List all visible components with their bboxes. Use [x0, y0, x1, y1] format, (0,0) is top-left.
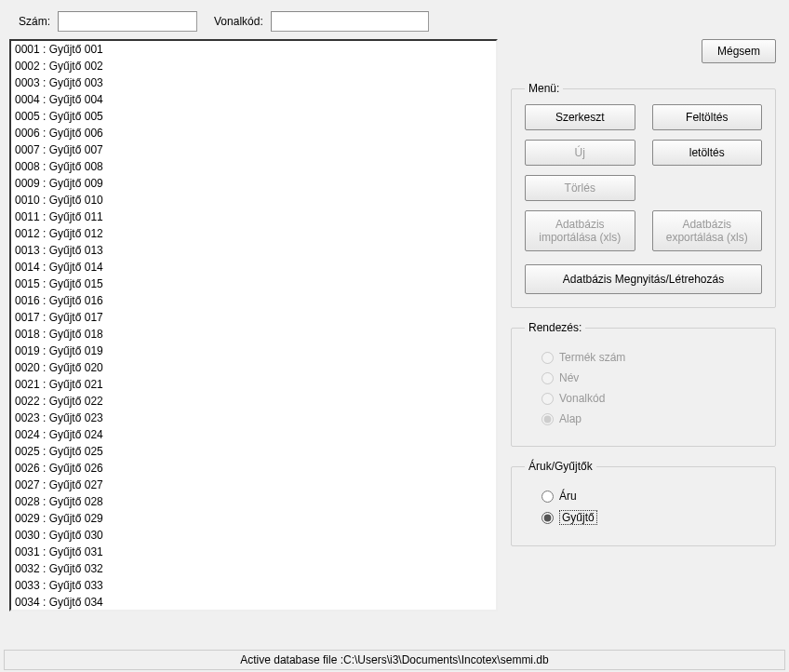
list-item[interactable]: 0001 : Gyűjtő 001 [11, 41, 484, 58]
list-item[interactable]: 0007 : Gyűjtő 007 [11, 141, 484, 158]
aru-label: Áru [559, 490, 577, 503]
list-item[interactable]: 0032 : Gyűjtő 032 [11, 560, 484, 577]
list-item[interactable]: 0011 : Gyűjtő 011 [11, 208, 484, 225]
list-item[interactable]: 0002 : Gyűjtő 002 [11, 58, 484, 74]
status-bar: Active database file :C:\Users\i3\Docume… [4, 650, 785, 670]
rendezes-nev-radio [542, 372, 554, 384]
export-button: Adatbázis exportálása (xls) [652, 210, 763, 251]
rendezes-vonalkod-label: Vonalkód [559, 392, 605, 405]
list-item[interactable]: 0033 : Gyűjtő 033 [11, 577, 484, 594]
right-panel: Mégsem Menü: Szerkeszt Feltöltés Új letö… [507, 39, 780, 612]
list-item[interactable]: 0019 : Gyűjtő 019 [11, 343, 484, 359]
list-item[interactable]: 0020 : Gyűjtő 020 [11, 359, 484, 376]
vonalkod-input[interactable] [271, 11, 429, 32]
list-item[interactable]: 0018 : Gyűjtő 018 [11, 326, 484, 343]
torles-button: Törlés [525, 175, 635, 201]
list-item[interactable]: 0013 : Gyűjtő 013 [11, 242, 484, 259]
menu-legend: Menü: [525, 82, 563, 95]
list-item[interactable]: 0004 : Gyűjtő 004 [11, 91, 484, 108]
szerkeszt-button[interactable]: Szerkeszt [525, 104, 635, 130]
rendezes-termek-radio [542, 352, 554, 364]
list-item[interactable]: 0006 : Gyűjtő 006 [11, 125, 484, 141]
list-item[interactable]: 0027 : Gyűjtő 027 [11, 477, 484, 493]
status-text: Active database file :C:\Users\i3\Docume… [240, 653, 548, 666]
vonalkod-label: Vonalkód: [214, 15, 263, 28]
list-item[interactable]: 0034 : Gyűjtő 034 [11, 594, 484, 610]
list-item[interactable]: 0016 : Gyűjtő 016 [11, 292, 484, 309]
list-item[interactable]: 0029 : Gyűjtő 029 [11, 510, 484, 527]
rendezes-legend: Rendezés: [525, 321, 585, 334]
uj-button: Új [525, 140, 635, 166]
rendezes-alap-radio [542, 413, 554, 425]
list-item[interactable]: 0017 : Gyűjtő 017 [11, 309, 484, 326]
list-item[interactable]: 0012 : Gyűjtő 012 [11, 225, 484, 242]
list-item[interactable]: 0022 : Gyűjtő 022 [11, 393, 484, 410]
item-listbox[interactable]: 0001 : Gyűjtő 0010002 : Gyűjtő 0020003 :… [9, 39, 498, 612]
list-item[interactable]: 0014 : Gyűjtő 014 [11, 259, 484, 276]
list-item[interactable]: 0010 : Gyűjtő 010 [11, 192, 484, 208]
list-item[interactable]: 0015 : Gyűjtő 015 [11, 276, 484, 292]
list-item[interactable]: 0009 : Gyűjtő 009 [11, 175, 484, 192]
list-item[interactable]: 0025 : Gyűjtő 025 [11, 443, 484, 460]
list-item[interactable]: 0026 : Gyűjtő 026 [11, 460, 484, 477]
szam-label: Szám: [19, 15, 50, 28]
rendezes-vonalkod-radio [542, 393, 554, 405]
top-bar: Szám: Vonalkód: [0, 0, 789, 39]
rendezes-nev-label: Név [559, 371, 579, 384]
rendezes-termek-label: Termék szám [559, 351, 625, 364]
list-item[interactable]: 0031 : Gyűjtő 031 [11, 544, 484, 560]
list-item[interactable]: 0003 : Gyűjtő 003 [11, 74, 484, 91]
list-item[interactable]: 0021 : Gyűjtő 021 [11, 376, 484, 393]
aru-radio[interactable] [542, 491, 554, 503]
gyujto-radio[interactable] [542, 512, 554, 524]
feltoltes-button[interactable]: Feltöltés [652, 104, 763, 130]
aruk-group: Áruk/Gyűjtők Áru Gyűjtő [511, 460, 776, 546]
list-item[interactable]: 0024 : Gyűjtő 024 [11, 426, 484, 443]
list-item[interactable]: 0008 : Gyűjtő 008 [11, 158, 484, 175]
letoltes-button[interactable]: letöltés [652, 140, 763, 166]
open-create-button[interactable]: Adatbázis Megnyitás/Létrehozás [525, 264, 762, 294]
rendezes-alap-label: Alap [559, 412, 582, 425]
list-item[interactable]: 0030 : Gyűjtő 030 [11, 527, 484, 544]
menu-group: Menü: Szerkeszt Feltöltés Új letöltés Tö… [511, 82, 776, 308]
list-item[interactable]: 0005 : Gyűjtő 005 [11, 108, 484, 125]
aruk-legend: Áruk/Gyűjtők [525, 460, 596, 473]
gyujto-label: Gyűjtő [559, 510, 597, 525]
cancel-button[interactable]: Mégsem [702, 39, 776, 63]
szam-input[interactable] [58, 11, 197, 32]
rendezes-group: Rendezés: Termék szám Név Vonalkód Alap [511, 321, 776, 447]
import-button: Adatbázis importálása (xls) [525, 210, 635, 251]
list-item[interactable]: 0028 : Gyűjtő 028 [11, 493, 484, 510]
list-item[interactable]: 0023 : Gyűjtő 023 [11, 410, 484, 426]
